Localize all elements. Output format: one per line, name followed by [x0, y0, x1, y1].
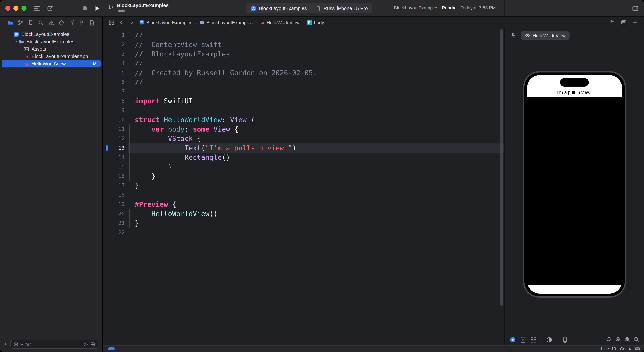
variants-button[interactable]: [530, 336, 537, 343]
filter-icon: [14, 342, 18, 347]
filter-input[interactable]: [20, 341, 81, 347]
project-navigator-tab[interactable]: [8, 20, 14, 26]
zoom-fit-button[interactable]: [624, 336, 630, 342]
zoom-button[interactable]: [22, 6, 26, 11]
breakpoint-navigator-tab[interactable]: [79, 20, 85, 26]
source-control-navigator-tab[interactable]: [18, 20, 24, 26]
project-icon: [14, 31, 19, 37]
code-line-11[interactable]: 11 var body: some View {: [103, 125, 504, 134]
cursor-position: Line: 13 Col: 4: [601, 346, 640, 351]
tree-folder-icon: [18, 39, 24, 45]
code-line-2[interactable]: 2// ContentView.swift: [103, 40, 504, 49]
minimize-button[interactable]: [14, 6, 18, 11]
canvas-toolbar-left: [510, 336, 568, 343]
code-line-18[interactable]: 18: [103, 190, 504, 200]
source-editor[interactable]: 1//2// ContentView.swift3// BlockLayoutE…: [103, 28, 504, 345]
zoom-in-button[interactable]: [633, 336, 639, 342]
code-line-15[interactable]: 15 }: [103, 162, 504, 171]
disclosure-icon[interactable]: [8, 32, 12, 36]
code-line-7[interactable]: 7: [103, 87, 504, 96]
code-review-button[interactable]: [610, 20, 615, 25]
disclosure-icon[interactable]: [14, 40, 17, 44]
code-line-5[interactable]: 5// Created by Russell Gordon on 2026-02…: [103, 68, 504, 78]
find-navigator-tab[interactable]: [38, 20, 44, 26]
navigator-toggle-button[interactable]: [34, 5, 40, 12]
breadcrumb-3[interactable]: Pbody: [306, 20, 324, 25]
compose-button[interactable]: [47, 5, 54, 12]
code-line-17[interactable]: 17}: [103, 181, 504, 190]
toolbar-left-group: [34, 5, 54, 12]
filter-view-icon[interactable]: [90, 342, 95, 347]
bookmark-navigator-tab[interactable]: [28, 20, 34, 26]
go-forward-button[interactable]: [129, 20, 134, 25]
editor-content: 1//2// ContentView.swift3// BlockLayoutE…: [103, 28, 644, 345]
breadcrumb-2[interactable]: HelloWorldView: [260, 20, 300, 25]
code-line-14[interactable]: 14 Rectangle(): [103, 153, 504, 162]
code-line-4[interactable]: 4//: [103, 59, 504, 68]
zoom-out-button[interactable]: [606, 336, 612, 342]
report-navigator-tab[interactable]: [89, 20, 95, 26]
add-button[interactable]: [4, 341, 7, 347]
scheme-name[interactable]: BlockLayoutExamples: [259, 6, 307, 11]
inspector-toggle-button[interactable]: [632, 5, 639, 12]
scm-status: BlockLayoutExamples main: [108, 3, 168, 13]
line-number: 12: [103, 134, 125, 143]
line-number: 16: [103, 171, 125, 181]
navigator-sidebar: BlockLayoutExamplesBlockLayoutExamplesAs…: [0, 17, 103, 352]
navigator-item[interactable]: BlockLayoutExamples: [2, 31, 100, 38]
code-line-8[interactable]: 8import SwiftUI: [103, 96, 504, 106]
line-number: 22: [103, 228, 125, 237]
code-line-6[interactable]: 6//: [103, 78, 504, 87]
navigator-item[interactable]: Assets: [2, 45, 100, 53]
preview-tab[interactable]: HelloWorldView: [521, 31, 570, 40]
navigator-item[interactable]: BlockLayoutExamplesApp: [2, 53, 100, 60]
add-editor-button[interactable]: [632, 20, 638, 25]
breadcrumb-1[interactable]: BlockLayoutExamples: [200, 20, 253, 25]
editor-options-button[interactable]: [621, 20, 626, 25]
stop-button[interactable]: [82, 5, 88, 12]
window-controls: [5, 6, 26, 11]
color-scheme-button[interactable]: [546, 336, 552, 343]
close-button[interactable]: [5, 6, 10, 11]
zoom-actual-button[interactable]: [615, 336, 621, 342]
keyboard-icon[interactable]: [635, 346, 640, 351]
go-back-button[interactable]: [119, 20, 124, 25]
filter-field[interactable]: [10, 340, 98, 349]
breadcrumb-0[interactable]: BlockLayoutExamples: [139, 20, 192, 25]
line-number: 21: [103, 218, 125, 228]
iphone-icon: [315, 6, 321, 11]
window-body: BlockLayoutExamplesBlockLayoutExamplesAs…: [0, 17, 644, 352]
run-destination[interactable]: Russ' iPhone 15 Pro: [324, 6, 368, 11]
filter-extra-icons: [83, 342, 95, 347]
code-line-13[interactable]: 13 Text("I'm a pull-in view!"): [103, 143, 504, 153]
xcode-window: BlockLayoutExamples main BlockLayoutExam…: [0, 0, 644, 352]
device-settings-button[interactable]: [562, 336, 568, 343]
code-line-9[interactable]: 9: [103, 106, 504, 115]
code-line-21[interactable]: 21}: [103, 218, 504, 228]
status-state: Ready: [442, 5, 455, 11]
pin-icon[interactable]: [510, 33, 516, 39]
navigator-item[interactable]: HelloWorldViewM: [2, 60, 100, 68]
code-line-19[interactable]: 19#Preview {: [103, 200, 504, 209]
code-line-22[interactable]: 22: [103, 228, 504, 237]
debug-navigator-tab[interactable]: [68, 20, 75, 26]
tree-folder-icon: [200, 20, 204, 25]
code-line-1[interactable]: 1//: [103, 31, 504, 40]
code-line-12[interactable]: 12 VStack {: [103, 134, 504, 143]
live-preview-button[interactable]: [510, 336, 516, 343]
related-items-button[interactable]: [109, 20, 114, 25]
navigator-item[interactable]: BlockLayoutExamples: [2, 38, 100, 45]
project-icon: [139, 20, 144, 25]
code-line-16[interactable]: 16 }: [103, 171, 504, 181]
recents-icon[interactable]: [83, 342, 88, 347]
code-line-3[interactable]: 3// BlockLayoutExamples: [103, 49, 504, 59]
editor-scrollbar[interactable]: [500, 29, 503, 306]
code-line-20[interactable]: 20 HelloWorldView(): [103, 209, 504, 218]
selectable-preview-button[interactable]: [520, 336, 526, 343]
issue-navigator-tab[interactable]: [48, 20, 54, 26]
test-navigator-tab[interactable]: [58, 20, 64, 26]
editor-area: BlockLayoutExamples›BlockLayoutExamples›…: [103, 17, 644, 352]
run-button[interactable]: [94, 5, 100, 12]
scheme-selector[interactable]: BlockLayoutExamples › Russ' iPhone 15 Pr…: [246, 3, 372, 14]
code-line-10[interactable]: 10struct HelloWorldView: View {: [103, 115, 504, 125]
